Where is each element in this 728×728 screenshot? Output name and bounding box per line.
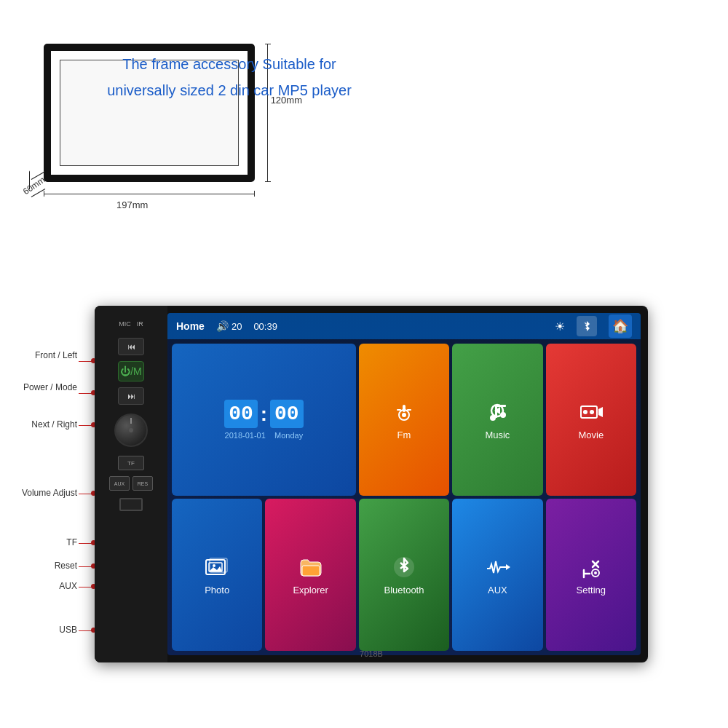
aux-app-label: AUX (488, 585, 507, 596)
model-number: 7018B (360, 649, 383, 658)
tf-slot-label: TF (127, 460, 135, 467)
volume-status: 🔊 20 (216, 320, 242, 332)
svg-rect-18 (302, 566, 320, 576)
mic-label: MIC (119, 320, 131, 328)
bluetooth-app-label: Bluetooth (384, 585, 424, 596)
volume-knob[interactable] (114, 414, 148, 447)
clock-display: 00 : 00 (224, 400, 304, 428)
setting-app-label: Setting (577, 585, 606, 596)
dim-v-tick-bot (265, 181, 271, 182)
knob-center (129, 428, 133, 432)
clock-day: Monday (274, 431, 303, 440)
clock-minutes: 00 (270, 400, 304, 428)
frame-desc-line2: universally sized 2 din car MP5 player (87, 77, 371, 103)
front-left-label: Front / Left (35, 350, 77, 360)
status-home-label: Home (176, 320, 205, 332)
frame-section: 60mm 120mm 197mm The frame accessory Sui… (15, 22, 349, 284)
movie-app-label: Movie (578, 430, 604, 440)
prev-button[interactable]: ⏮ (118, 338, 144, 355)
player-screen: Home 🔊 20 00:39 ☀ 🏠 (167, 313, 641, 655)
aux-button[interactable]: AUX (109, 476, 130, 491)
mic-ir-labels: MIC IR (119, 320, 143, 328)
svg-marker-11 (598, 407, 603, 417)
tf-slot[interactable]: TF (118, 456, 144, 470)
time-display: 00:39 (253, 321, 277, 332)
svg-rect-4 (407, 409, 411, 411)
volume-value: 20 (232, 321, 242, 332)
photo-app-label: Photo (205, 585, 229, 596)
explorer-app-label: Explorer (293, 585, 328, 596)
usb-label: USB (59, 625, 77, 635)
aux-label: AUX (59, 581, 77, 591)
explorer-app-tile[interactable]: Explorer (265, 499, 355, 651)
clock-date-line: 2018-01-01 Monday (225, 431, 304, 440)
setting-app-tile[interactable]: Setting (546, 499, 636, 651)
svg-marker-21 (506, 564, 510, 570)
fm-app-tile[interactable]: Fm (359, 344, 449, 496)
power-mode-label: Power / Mode (23, 382, 77, 392)
width-label: 197mm (116, 199, 148, 210)
dim-v-tick-top (265, 44, 271, 44)
next-button[interactable]: ⏭ (118, 387, 144, 405)
reset-label: Reset (55, 561, 77, 571)
player-section: Front / Left Power / Mode Next / Right V… (95, 306, 648, 692)
volume-adjust-label: Volume Adjust (22, 488, 77, 498)
ir-label: IR (137, 320, 143, 328)
svg-point-12 (583, 410, 587, 414)
status-bar: Home 🔊 20 00:39 ☀ 🏠 (167, 313, 641, 339)
svg-point-16 (213, 564, 215, 567)
player-body: MIC IR ⏮ ⏻/M ⏭ TF (95, 306, 648, 662)
next-icon: ⏭ (127, 392, 135, 400)
bluetooth-icon-svg (581, 320, 593, 332)
tf-label: TF (66, 537, 77, 547)
movie-icon-svg (578, 399, 604, 425)
aux-btn-label: AUX (114, 481, 124, 486)
volume-status-icon: 🔊 (216, 320, 229, 332)
app-grid: 00 : 00 2018-01-01 Monday (167, 339, 641, 655)
bluetooth-app-tile[interactable]: Bluetooth (359, 499, 449, 651)
music-app-tile[interactable]: Music (452, 344, 542, 496)
dim-h-dashed (44, 194, 255, 194)
music-app-label: Music (485, 430, 510, 440)
reset-button[interactable]: RES (132, 476, 153, 491)
power-mode-button[interactable]: ⏻/M (118, 361, 144, 381)
power-mode-icon: ⏻/M (120, 365, 142, 377)
clock-date: 2018-01-01 (225, 431, 266, 440)
svg-rect-2 (403, 405, 405, 412)
clock-tile[interactable]: 00 : 00 2018-01-01 Monday (172, 344, 356, 496)
left-control-panel: MIC IR ⏮ ⏻/M ⏭ TF (95, 306, 167, 662)
clock-hours: 00 (224, 400, 258, 428)
frame-description: The frame accessory Suitable for univers… (87, 51, 371, 103)
svg-point-13 (590, 410, 594, 414)
next-right-label: Next / Right (31, 419, 77, 430)
knob-indicator (130, 418, 132, 424)
bluetooth-app-icon-svg (391, 554, 417, 580)
music-icon-svg (484, 399, 510, 425)
frame-desc-line1: The frame accessory Suitable for (87, 51, 371, 77)
home-icon-button[interactable]: 🏠 (609, 314, 632, 338)
movie-app-tile[interactable]: Movie (546, 344, 636, 496)
setting-icon-svg (578, 554, 604, 580)
clock-colon: : (261, 403, 267, 426)
photo-icon-svg (204, 554, 230, 580)
aux-icon-svg (484, 554, 510, 580)
brightness-icon: ☀ (555, 320, 565, 333)
svg-point-1 (402, 413, 406, 417)
aux-app-tile[interactable]: AUX (452, 499, 542, 651)
explorer-icon-svg (298, 554, 324, 580)
svg-point-23 (594, 571, 597, 574)
bluetooth-status-icon[interactable] (577, 316, 597, 336)
home-icon-symbol: 🏠 (612, 318, 628, 334)
photo-app-tile[interactable]: Photo (172, 499, 262, 651)
aux-res-row: AUX RES (109, 476, 153, 491)
svg-rect-3 (397, 409, 401, 411)
usb-port[interactable] (119, 498, 143, 511)
res-btn-label: RES (138, 481, 148, 486)
fm-icon-svg (391, 399, 417, 425)
fm-app-label: Fm (397, 430, 411, 440)
prev-icon: ⏮ (127, 342, 135, 351)
